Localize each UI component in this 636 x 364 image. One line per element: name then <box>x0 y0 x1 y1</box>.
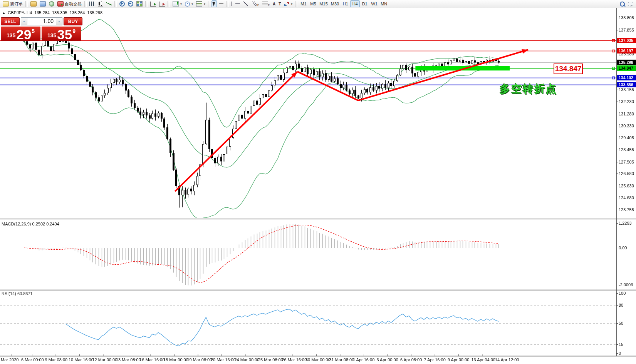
timeframe-button-w1[interactable]: W1 <box>369 0 379 7</box>
auto-scroll-button[interactable] <box>158 0 166 7</box>
new-order-button[interactable]: 新订单 <box>1 0 24 7</box>
ask-price-big: 35 <box>57 29 72 40</box>
candlestick-chart-button[interactable] <box>96 0 105 7</box>
market-watch-button[interactable] <box>29 0 38 7</box>
template-icon <box>196 1 202 7</box>
chart-shift-button[interactable] <box>149 0 158 7</box>
fibonacci-tool-button[interactable]: F <box>261 0 271 7</box>
navigator-icon <box>49 1 54 7</box>
data-window-button[interactable] <box>38 0 47 7</box>
toolbar-separator <box>145 1 148 7</box>
macd-label: MACD(12,26,9) 0.2502 0.2404 <box>2 222 59 226</box>
channel-icon <box>252 2 257 6</box>
toolbar-separator <box>208 1 210 7</box>
volume-input[interactable]: 1.00 <box>27 18 56 25</box>
text-tool-icon: A <box>273 2 275 6</box>
arrows-icon <box>284 2 289 6</box>
quote-close: 135.298 <box>87 10 102 15</box>
crosshair-tool-button[interactable] <box>217 0 225 7</box>
chart-shift-icon <box>150 2 156 7</box>
horizontal-line-icon <box>235 3 240 4</box>
bid-price-box[interactable]: 135 29 5 <box>1 27 40 41</box>
bid-price-big: 29 <box>16 29 31 40</box>
timeframe-button-m30[interactable]: M30 <box>329 0 341 7</box>
timeframe-button-m5[interactable]: M5 <box>308 0 318 7</box>
cursor-tool-button[interactable] <box>211 0 217 7</box>
timeframe-button-m1[interactable]: M1 <box>299 0 308 7</box>
market-watch-icon <box>30 1 37 7</box>
toolbar-separator <box>295 1 297 7</box>
fibonacci-icon <box>262 2 268 6</box>
data-window-icon <box>40 1 46 7</box>
add-indicator-icon <box>173 1 179 7</box>
bar-chart-icon <box>89 2 95 6</box>
quote-open: 135.284 <box>34 10 50 15</box>
timeframe-button-h1[interactable]: H1 <box>341 0 350 7</box>
dropdown-caret-icon: ▾ <box>180 2 182 6</box>
timeframe-button-d1[interactable]: D1 <box>360 0 369 7</box>
dropdown-caret-icon: ▾ <box>291 2 292 6</box>
trendline-icon <box>243 2 248 6</box>
toolbar-separator <box>227 1 229 7</box>
toolbar-separator <box>25 1 28 7</box>
expander-triangle-icon[interactable]: ▲ <box>2 11 5 15</box>
channel-tool-button[interactable]: E <box>250 0 261 7</box>
candlestick-chart-icon <box>98 2 103 7</box>
navigator-button[interactable] <box>47 0 56 7</box>
autotrading-button[interactable]: 自动交易 <box>56 0 83 7</box>
trendline-tool-button[interactable] <box>242 0 250 7</box>
autotrading-icon <box>57 1 64 7</box>
chat-icon <box>628 2 633 6</box>
bid-price-prefix: 135 <box>7 32 15 38</box>
vertical-line-tool-button[interactable] <box>230 0 234 7</box>
zoom-out-button[interactable] <box>126 0 135 7</box>
horizontal-line-tool-button[interactable] <box>234 0 242 7</box>
sell-button[interactable]: SELL <box>1 17 20 25</box>
search-icon <box>620 2 625 7</box>
volume-spinner: ▼ 1.00 ▲ <box>21 17 62 25</box>
timeframe-button-h4[interactable]: H4 <box>350 0 360 7</box>
template-button[interactable]: ▾ <box>195 0 207 7</box>
zoom-in-icon <box>119 1 125 7</box>
ask-price-prefix: 135 <box>47 32 56 38</box>
autotrading-label: 自动交易 <box>65 1 82 7</box>
crosshair-icon <box>218 2 224 6</box>
tile-windows-icon <box>136 1 143 7</box>
bar-chart-button[interactable] <box>88 0 96 7</box>
text-tool-button[interactable]: A <box>271 0 277 7</box>
turning-point-annotation[interactable]: 多空转折点 <box>500 82 557 96</box>
fibonacci-letter: F <box>268 4 270 7</box>
timeframe-button-m15[interactable]: M15 <box>318 0 329 7</box>
ask-price-box[interactable]: 135 35 9 <box>42 27 81 41</box>
chart-canvas[interactable] <box>0 0 636 364</box>
new-order-icon <box>3 1 9 7</box>
channel-letter: E <box>257 4 259 7</box>
symbol-info-bar: ▲ GBPJPY-,H4 135.284 135.305 135.264 135… <box>2 10 102 15</box>
volume-increase-button[interactable]: ▲ <box>56 18 62 25</box>
dropdown-caret-icon: ▾ <box>204 2 205 6</box>
timeframe-button-mn[interactable]: MN <box>379 0 389 7</box>
tile-windows-button[interactable] <box>135 0 144 7</box>
level-price-annotation[interactable]: 134.847 <box>554 63 583 74</box>
quote-low: 135.264 <box>70 10 85 15</box>
add-indicator-button[interactable]: ▾ <box>171 0 183 7</box>
chat-button[interactable] <box>626 0 635 7</box>
zoom-in-button[interactable] <box>118 0 126 7</box>
one-click-trading-panel: SELL ▼ 1.00 ▲ BUY 135 29 5 135 35 9 <box>1 17 82 41</box>
period-button[interactable]: ▾ <box>183 0 195 7</box>
new-order-label: 新订单 <box>10 1 23 7</box>
toolbar-separator <box>168 1 170 7</box>
zoom-out-icon <box>128 1 133 7</box>
toolbar-separator <box>84 1 87 7</box>
text-label-tool-icon: T <box>279 2 281 6</box>
rsi-label: RSI(14) 60.8671 <box>2 291 33 296</box>
line-chart-button[interactable] <box>105 0 113 7</box>
quote-high: 135.305 <box>52 10 67 15</box>
volume-decrease-button[interactable]: ▼ <box>21 18 27 25</box>
symbol-name: GBPJPY-,H4 <box>8 10 32 15</box>
text-label-tool-button[interactable]: T <box>277 0 282 7</box>
arrows-tool-button[interactable]: ▾ <box>282 0 294 7</box>
buy-button[interactable]: BUY <box>64 17 82 25</box>
search-button[interactable] <box>618 0 626 7</box>
clock-icon <box>185 2 190 7</box>
